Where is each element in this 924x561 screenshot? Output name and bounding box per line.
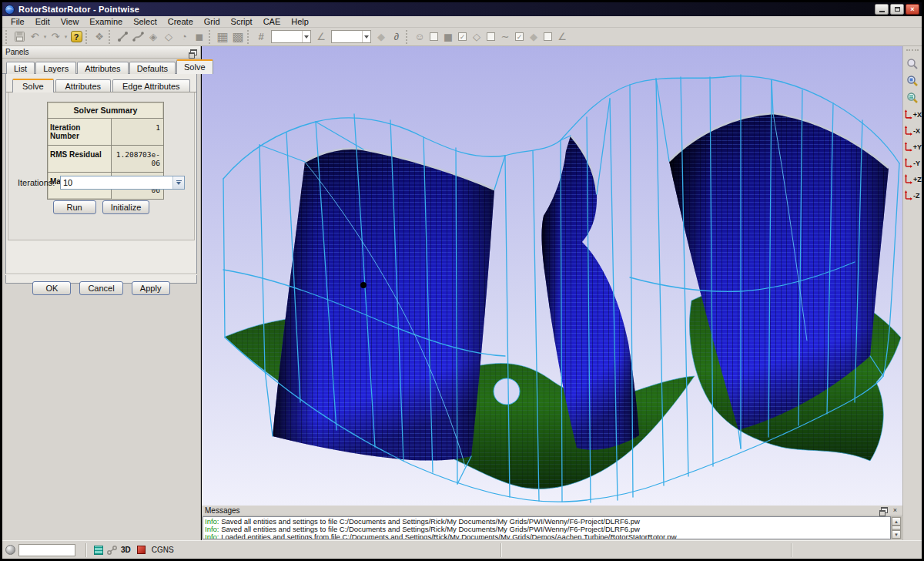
status-field[interactable] [18, 544, 75, 556]
menu-cae[interactable]: CAE [258, 16, 286, 27]
menu-examine[interactable]: Examine [84, 16, 128, 27]
iterations-combobox[interactable] [60, 176, 185, 190]
subtab-edge-attributes[interactable]: Edge Attributes [112, 79, 190, 92]
angle-combobox[interactable] [331, 30, 371, 43]
view-plus-z-button[interactable]: +Z [903, 171, 922, 187]
show-domains-button[interactable]: ◇ [469, 29, 484, 45]
view-plus-y-button[interactable]: +Y [903, 139, 922, 155]
close-button[interactable]: × [906, 4, 919, 15]
table-row: Iteration Number 1 [48, 119, 163, 146]
scroll-down-icon[interactable]: ▼ [892, 530, 901, 539]
messages-close-icon[interactable]: × [891, 506, 899, 515]
row-value: 1.208703e-06 [112, 146, 163, 172]
ok-button[interactable]: OK [32, 281, 71, 295]
zoom-extents-button[interactable] [904, 89, 921, 106]
panel-float-icon[interactable] [190, 49, 197, 55]
orient-button[interactable]: ◆ [373, 29, 389, 45]
view-plus-x-button[interactable]: +X [903, 106, 922, 123]
toolbar-grip[interactable] [5, 30, 8, 44]
dimension-combobox[interactable] [271, 30, 311, 43]
zoom-button[interactable] [904, 55, 921, 72]
help-button[interactable]: ? [69, 29, 84, 45]
tab-defaults[interactable]: Defaults [129, 62, 176, 74]
toolbar-grip[interactable] [406, 30, 409, 44]
undo-dropdown[interactable]: ▾ [42, 30, 48, 44]
view-minus-x-button[interactable]: -X [903, 123, 922, 139]
subtab-solve[interactable]: Solve [12, 79, 54, 93]
menu-edit[interactable]: Edit [30, 16, 55, 27]
menu-view[interactable]: View [55, 16, 85, 27]
messages-scrollbar[interactable]: ▲ ▼ [891, 516, 902, 539]
create-connector-button[interactable] [115, 29, 130, 45]
blade-left[interactable] [273, 149, 494, 461]
view-minus-y-button[interactable]: -Y [903, 155, 922, 171]
messages-float-icon[interactable] [881, 507, 888, 513]
toolbar-grip[interactable] [85, 30, 89, 44]
structured-grid-button[interactable]: ▦ [215, 29, 230, 45]
unstructured-grid-button[interactable]: ▩ [230, 29, 246, 45]
restore-button[interactable] [890, 4, 904, 15]
menu-create[interactable]: Create [162, 16, 199, 27]
toolbar-grip[interactable] [209, 30, 212, 44]
apply-button[interactable]: Apply [132, 281, 170, 295]
dimension-input[interactable] [272, 31, 302, 42]
selected-point[interactable] [360, 282, 367, 288]
initialize-button[interactable]: Initialize [102, 200, 150, 214]
iterations-input[interactable] [61, 176, 172, 189]
cancel-button[interactable]: Cancel [79, 281, 122, 295]
viewport-3d[interactable] [202, 46, 902, 506]
axis-label: +Z [913, 176, 922, 183]
scroll-up-icon[interactable]: ▲ [892, 517, 901, 526]
undo-button[interactable]: ↶ [27, 29, 42, 45]
connector-mode-icon[interactable] [106, 545, 118, 556]
create-spline-button[interactable] [130, 29, 146, 45]
show-connectors-button[interactable]: ∼ [497, 29, 513, 45]
run-button[interactable]: Run [53, 200, 96, 214]
minimize-button[interactable] [875, 4, 889, 15]
toggle-faces-checkbox[interactable] [430, 32, 438, 41]
zoom-box-button[interactable] [904, 72, 921, 89]
toggle-connectors-checkbox[interactable]: ✓ [515, 32, 524, 41]
messages-list[interactable]: Info: Saved all entities and settings to… [203, 516, 891, 539]
angle-input[interactable] [332, 31, 362, 42]
menu-select[interactable]: Select [128, 16, 162, 27]
toolbar-grip[interactable] [109, 30, 112, 44]
toggle-database-checkbox[interactable] [544, 32, 552, 41]
partial-derivative-button[interactable]: ∂ [389, 29, 404, 45]
create-unstructured-domain-button[interactable]: ◇ [161, 29, 176, 45]
iterations-dropdown[interactable] [172, 176, 184, 189]
save-button[interactable] [12, 29, 27, 45]
tab-attributes[interactable]: Attributes [77, 62, 128, 74]
subtab-attributes[interactable]: Attributes [55, 79, 111, 92]
extrude-button[interactable]: ◔ [176, 29, 192, 45]
tab-solve[interactable]: Solve [176, 59, 213, 74]
create-block-button[interactable]: ◼ [192, 29, 207, 45]
menu-file[interactable]: File [5, 16, 30, 27]
toolbar-grip[interactable] [906, 49, 919, 53]
show-faces-button[interactable]: ☺ [412, 29, 427, 45]
layer-stack-button[interactable]: ❖ [92, 29, 107, 45]
view-minus-z-button[interactable]: -Z [903, 187, 922, 203]
menu-script[interactable]: Script [226, 16, 258, 27]
grid-mode-icon[interactable] [94, 546, 103, 555]
axis-icon [904, 126, 912, 136]
menu-grid[interactable]: Grid [199, 16, 226, 27]
show-database-button[interactable]: ◆ [526, 29, 541, 45]
zoom-extents-icon [906, 92, 919, 104]
axis-label: -Y [913, 160, 920, 167]
show-spacings-button[interactable]: ∠ [554, 29, 570, 45]
redo-dropdown[interactable]: ▾ [63, 30, 69, 44]
panels-dock-header: Panels [2, 46, 200, 59]
toolbar-grip[interactable] [247, 30, 250, 44]
angle-dropdown[interactable] [362, 31, 370, 42]
menu-help[interactable]: Help [286, 16, 314, 27]
tab-list[interactable]: List [6, 62, 35, 74]
tab-layers[interactable]: Layers [35, 62, 76, 74]
create-domain-button[interactable]: ◈ [146, 29, 161, 45]
toggle-blocks-checkbox[interactable]: ✓ [458, 32, 467, 41]
show-blocks-button[interactable]: ◼ [440, 29, 456, 45]
toggle-domains-checkbox[interactable] [487, 32, 495, 41]
dimension-dropdown[interactable] [302, 31, 310, 42]
separator [500, 543, 502, 557]
redo-button[interactable]: ↷ [48, 29, 63, 45]
